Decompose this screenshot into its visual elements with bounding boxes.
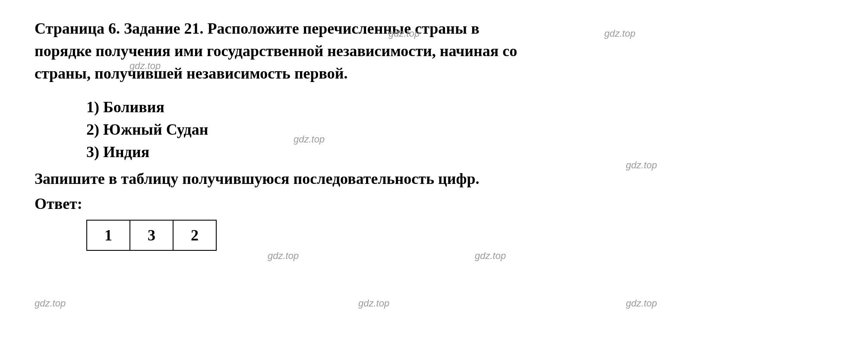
option-3: 3) Индия — [86, 143, 833, 161]
option-1: 1) Боливия — [86, 98, 833, 116]
watermark-3: gdz.top — [129, 60, 161, 72]
title-line3: страны, получившей независимость первой. — [35, 65, 348, 82]
option-3-number: 3) — [86, 143, 99, 161]
page-container: gdz.top gdz.top gdz.top gdz.top gdz.top … — [0, 0, 868, 338]
option-2-number: 2) — [86, 121, 99, 138]
answer-row: 1 3 2 — [87, 220, 216, 250]
watermark-9: gdz.top — [358, 298, 389, 309]
watermark-6: gdz.top — [268, 250, 299, 262]
watermark-8: gdz.top — [35, 298, 66, 309]
answer-cell-1: 1 — [87, 220, 130, 250]
instruction-text: Запишите в таблицу получившуюся последов… — [35, 170, 833, 188]
answer-cell-2: 3 — [130, 220, 173, 250]
options-block: 1) Боливия 2) Южный Судан 3) Индия — [86, 98, 833, 161]
watermark-5: gdz.top — [626, 160, 657, 171]
watermark-4: gdz.top — [294, 134, 325, 145]
watermark-2: gdz.top — [604, 28, 635, 39]
title-line2: порядке получения ими государственной не… — [35, 42, 517, 60]
answer-cell-3: 2 — [173, 220, 216, 250]
option-2-text: Южный Судан — [103, 121, 208, 138]
title-block: Страница 6. Задание 21. Расположите пере… — [35, 17, 833, 85]
option-1-text: Боливия — [103, 98, 164, 116]
watermark-7: gdz.top — [475, 250, 506, 262]
option-3-text: Индия — [103, 143, 149, 161]
option-2: 2) Южный Судан — [86, 120, 833, 139]
answer-label: Ответ: — [35, 195, 833, 213]
watermark-10: gdz.top — [626, 298, 657, 309]
answer-table: 1 3 2 — [86, 220, 217, 251]
option-1-number: 1) — [86, 98, 99, 116]
page-title: Страница 6. Задание 21. Расположите пере… — [35, 17, 833, 85]
answer-table-wrapper: 1 3 2 — [86, 220, 217, 251]
watermark-1: gdz.top — [388, 28, 420, 39]
